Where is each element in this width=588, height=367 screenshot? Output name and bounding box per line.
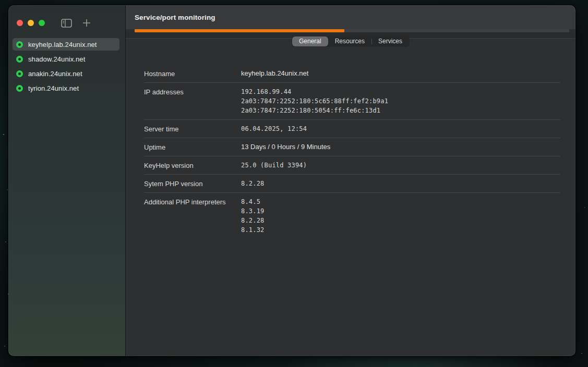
sidebar-toolbar: [8, 5, 125, 30]
toolbar-icons: [61, 19, 91, 28]
sidebar: keyhelp.lab.24unix.netshadow.24unix.neta…: [8, 5, 126, 356]
detail-row: Additional PHP interpreters8.4.58.3.198.…: [144, 193, 560, 239]
detail-row: Sytem PHP version8.2.28: [144, 175, 560, 193]
close-button[interactable]: [17, 20, 23, 26]
detail-row: KeyHelp version25.0 (Build 3394): [144, 156, 560, 175]
minimize-button[interactable]: [28, 20, 34, 26]
page-title: Service/port monitoring: [135, 14, 215, 21]
detail-row: IP addresses192.168.99.442a03:7847:2252:…: [144, 83, 560, 120]
detail-value-line: 192.168.99.44: [241, 87, 560, 96]
detail-label: Server time: [144, 124, 241, 133]
status-online-icon: [16, 56, 23, 63]
tab-bar: GeneralResourcesServices: [126, 36, 575, 47]
status-online-icon: [16, 85, 23, 92]
tab-services[interactable]: Services: [371, 36, 409, 46]
server-name: tyrion.24unix.net: [28, 84, 79, 92]
detail-value-line: 8.4.5: [241, 197, 560, 206]
detail-row: Uptime13 Days / 0 Hours / 9 Minutes: [144, 138, 560, 156]
detail-value-line: 8.2.28: [241, 216, 560, 225]
detail-value-line: 2a03:7847:2252:180:5c65:88ff:fef2:b9a1: [241, 96, 560, 106]
server-name: anakin.24unix.net: [28, 70, 82, 78]
detail-value-line: 8.3.19: [241, 206, 560, 216]
detail-row: Server time06.04.2025, 12:54: [144, 120, 560, 138]
detail-label: Uptime: [144, 142, 241, 152]
detail-row: Hostnamekeyhelp.lab.24unix.net: [144, 65, 560, 83]
server-list: keyhelp.lab.24unix.netshadow.24unix.neta…: [8, 38, 125, 94]
detail-label: Sytem PHP version: [144, 179, 241, 188]
detail-value: 8.2.28: [241, 179, 560, 188]
sidebar-item-server[interactable]: shadow.24unix.net: [13, 53, 119, 65]
detail-value: 192.168.99.442a03:7847:2252:180:5c65:88f…: [241, 87, 560, 115]
detail-value-line: 25.0 (Build 3394): [241, 161, 560, 170]
add-server-icon[interactable]: [82, 19, 91, 27]
detail-value-line: 13 Days / 0 Hours / 9 Minutes: [241, 142, 560, 151]
zoom-button[interactable]: [39, 20, 45, 26]
tab-general[interactable]: General: [292, 36, 328, 46]
detail-value: 25.0 (Build 3394): [241, 161, 560, 170]
toggle-sidebar-icon[interactable]: [61, 19, 72, 28]
sidebar-item-server[interactable]: tyrion.24unix.net: [13, 82, 119, 94]
server-name: keyhelp.lab.24unix.net: [28, 41, 97, 48]
detail-value: keyhelp.lab.24unix.net: [241, 69, 560, 78]
server-name: shadow.24unix.net: [28, 55, 85, 63]
detail-value: 06.04.2025, 12:54: [241, 124, 560, 133]
detail-value-line: keyhelp.lab.24unix.net: [241, 69, 560, 78]
detail-label: Hostname: [144, 69, 241, 78]
detail-label: Additional PHP interpreters: [144, 197, 241, 235]
detail-value-line: 8.2.28: [241, 179, 560, 188]
sidebar-item-server[interactable]: anakin.24unix.net: [13, 67, 119, 80]
titlebar: Service/port monitoring: [126, 5, 575, 29]
sidebar-item-server[interactable]: keyhelp.lab.24unix.net: [13, 38, 119, 51]
content-area: GeneralResourcesServices Hostnamekeyhelp…: [126, 32, 575, 356]
detail-value: 8.4.58.3.198.2.288.1.32: [241, 197, 560, 235]
detail-label: IP addresses: [144, 87, 241, 115]
details-table: Hostnamekeyhelp.lab.24unix.netIP address…: [144, 65, 560, 239]
app-window: keyhelp.lab.24unix.netshadow.24unix.neta…: [8, 5, 575, 356]
segmented-control: GeneralResourcesServices: [292, 36, 410, 47]
detail-value-line: 06.04.2025, 12:54: [241, 124, 560, 133]
status-online-icon: [16, 70, 23, 77]
detail-value: 13 Days / 0 Hours / 9 Minutes: [241, 142, 560, 152]
main-panel: Service/port monitoring GeneralResources…: [126, 5, 575, 356]
detail-value-line: 8.1.32: [241, 225, 560, 235]
status-online-icon: [16, 41, 23, 48]
detail-value-line: 2a03:7847:2252:180:5054:ff:fe6c:13d1: [241, 106, 560, 115]
tab-resources[interactable]: Resources: [328, 36, 371, 46]
detail-label: KeyHelp version: [144, 161, 241, 170]
desktop: { "window_title": "Service/port monitori…: [0, 0, 588, 367]
